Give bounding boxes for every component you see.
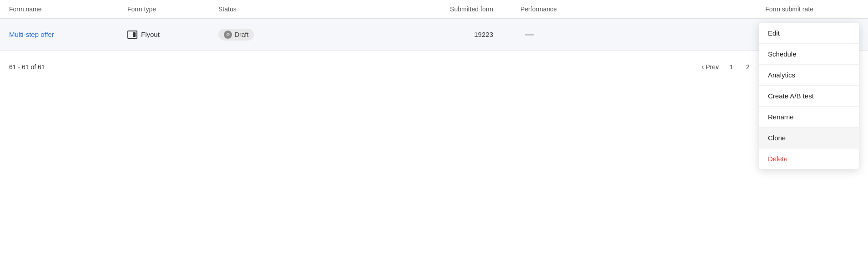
pagination-page-2[interactable]: 2 [741,60,755,74]
status-label: Draft [235,31,248,38]
dropdown-item-delete[interactable]: Delete [759,149,859,169]
form-name-link[interactable]: Multi-step offer [9,31,54,38]
table-row: Multi-step offer Flyout ⊘ Draft 19223 — … [0,19,868,51]
dropdown-menu: Edit Schedule Analytics Create A/B test … [759,23,859,169]
pagination-row: 61 - 61 of 61 ‹ Prev 1 2 3 4 5 [0,51,868,83]
dropdown-item-schedule[interactable]: Schedule [759,44,859,65]
col-header-submitted-form: Submitted form [309,5,520,13]
pagination-info: 61 - 61 of 61 [9,63,698,71]
pagination-prev-button[interactable]: ‹ Prev [698,61,722,73]
dropdown-item-analytics[interactable]: Analytics [759,65,859,86]
dropdown-item-create-ab-test[interactable]: Create A/B test [759,86,859,107]
draft-icon: ⊘ [224,31,232,39]
dropdown-item-rename[interactable]: Rename [759,107,859,128]
submitted-form-value: 19223 [474,31,493,38]
status-cell: ⊘ Draft [218,29,309,41]
performance-value: — [525,29,534,39]
submitted-form-cell: 19223 [309,31,520,38]
table-header: Form name Form type Status Submitted for… [0,0,868,19]
flyout-icon [127,31,137,39]
col-header-status: Status [218,5,309,13]
col-header-form-name: Form name [9,5,127,13]
col-header-form-submit-rate: Form submit rate [611,5,823,13]
performance-cell: — [520,29,611,40]
prev-label: Prev [706,63,719,71]
col-header-form-type: Form type [127,5,218,13]
col-header-actions [823,5,859,13]
table-container: Form name Form type Status Submitted for… [0,0,868,83]
chevron-left-icon: ‹ [701,63,704,71]
dropdown-item-clone[interactable]: Clone [759,128,859,149]
pagination-page-1[interactable]: 1 [724,60,739,74]
form-name-cell[interactable]: Multi-step offer [9,31,127,39]
col-header-performance: Performance [520,5,611,13]
status-badge: ⊘ Draft [218,29,254,41]
dropdown-item-edit[interactable]: Edit [759,23,859,44]
form-type-cell: Flyout [127,31,218,39]
form-type-label: Flyout [141,31,160,38]
